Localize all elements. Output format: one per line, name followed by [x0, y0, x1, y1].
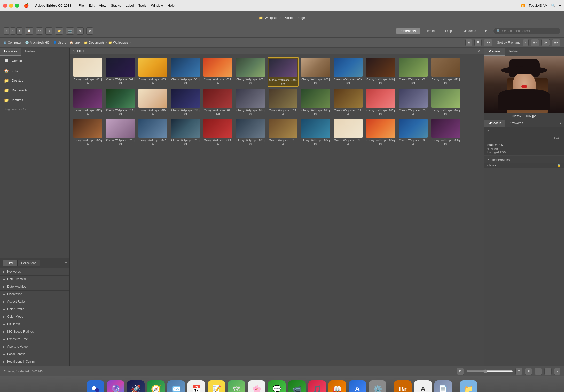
filter-bit-depth[interactable]: ▶Bit Depth — [0, 320, 69, 328]
dock-photos[interactable]: 🌸 — [248, 380, 265, 392]
thumb-item-28[interactable]: Classy_Wallp ape...028.jpg — [170, 118, 201, 146]
filter-lens[interactable]: ▶Lens — [0, 365, 69, 366]
dock-launchpad[interactable]: 🚀 — [127, 380, 145, 392]
filter-date-modified[interactable]: ▶Date Modified — [0, 283, 69, 291]
filter-iso-speed[interactable]: ▶ISO Speed Ratings — [0, 328, 69, 335]
filter-aspect-ratio[interactable]: ▶Aspect Ratio — [0, 298, 69, 305]
filter-focal-length[interactable]: ▶Focal Length — [0, 350, 69, 358]
back-button[interactable]: ‹ — [4, 27, 9, 35]
dock-messages[interactable]: 💬 — [268, 380, 286, 392]
workspace-filmstrip[interactable]: Filmstrip — [421, 28, 441, 34]
thumb-item-1[interactable]: Classy_Wallp ape...001.jpg — [72, 57, 103, 87]
status-lock-button[interactable]: ⊡ — [457, 368, 464, 375]
thumb-item-25[interactable]: Classy_Wallp ape...025.jpg — [72, 118, 103, 146]
thumb-item-30[interactable]: Classy_Wallp ape...030.jpg — [235, 118, 266, 146]
dock-facetime[interactable]: 📹 — [288, 380, 306, 392]
meta-tab-more-button[interactable]: ▾ — [557, 120, 564, 127]
thumb-item-31[interactable]: Classy_Wallp ape...031.jpg — [268, 118, 299, 146]
fav-desktop[interactable]: 📁 Desktop — [0, 76, 69, 85]
close-button[interactable] — [3, 4, 7, 8]
thumb-item-10[interactable]: Classy_Wallp ape...010.jpg — [365, 57, 396, 87]
search-icon[interactable]: 🔍 — [551, 4, 555, 7]
meta-tab-keywords[interactable]: Keywords — [505, 120, 527, 127]
thumb-item-13[interactable]: Classy_Wallp ape...013.jpg — [72, 88, 103, 116]
bc-dmx[interactable]: 🏠 dmx — [69, 41, 80, 44]
thumb-item-26[interactable]: Classy_Wallp ape...026.jpg — [105, 118, 136, 146]
dock-mail[interactable]: ✉️ — [167, 380, 185, 392]
grid-view-small[interactable]: ⊞ — [515, 368, 522, 375]
bc-macintosh-hd[interactable]: 💿 Macintosh HD — [25, 41, 49, 44]
fav-documents[interactable]: 📁 Documents — [0, 85, 69, 95]
thumb-item-34[interactable]: Classy_Wallp ape...034.jpg — [365, 118, 396, 146]
workspace-dropdown[interactable]: ▾ — [481, 28, 491, 34]
tab-preview[interactable]: Preview — [484, 48, 505, 56]
tab-folders[interactable]: Folders — [21, 48, 40, 56]
filter-keywords[interactable]: ▶Keywords — [0, 268, 69, 276]
filter-date-created[interactable]: ▶Date Created — [0, 276, 69, 283]
dock-music[interactable]: 🎵 — [308, 380, 326, 392]
dropdown-button[interactable]: ▾ — [16, 27, 22, 35]
thumb-item-24[interactable]: Classy_Wallp ape...024.jpg — [430, 88, 461, 116]
dock-font-book[interactable]: A — [414, 380, 432, 392]
thumb-item-5[interactable]: Classy_Wallp ape...005.jpg — [202, 57, 233, 87]
thumb-item-23[interactable]: Classy_Wallp ape...023.jpg — [398, 88, 429, 116]
thumb-item-11[interactable]: Classy_Wallp aper...011.jpg — [398, 57, 429, 87]
filter-color-mode[interactable]: ▶Color Mode — [0, 313, 69, 320]
thumb-item-4[interactable]: Classy_Wallp ape...004.jpg — [170, 57, 201, 87]
forward-button[interactable]: › — [10, 27, 16, 35]
dock-siri[interactable]: 🔮 — [107, 380, 124, 392]
dock-safari[interactable]: 🧭 — [147, 380, 165, 392]
maximize-button[interactable] — [15, 4, 19, 8]
dock-finder[interactable] — [87, 380, 104, 392]
bc-wallpapers[interactable]: 📁 Wallpapers — [108, 41, 129, 44]
minimize-button[interactable] — [9, 4, 13, 8]
thumb-item-22[interactable]: Classy_Wallp ape...022.jpg — [365, 88, 396, 116]
thumb-item-12[interactable]: Classy_Wallp ape...012.jpg — [430, 57, 461, 87]
rotate-ccw-button[interactable]: ↪ — [45, 27, 52, 35]
tab-filter[interactable]: Filter — [3, 260, 17, 266]
view-options-button[interactable]: ⊡▾ — [541, 39, 550, 46]
thumb-item-17[interactable]: Classy_Wallp aper...017.jpg — [202, 88, 233, 116]
content-grid[interactable]: Classy_Wallp ape...001.jpgClassy_Wallp a… — [70, 54, 484, 366]
dock-folder[interactable]: 📁 — [460, 380, 477, 392]
fav-computer[interactable]: 🖥 Computer — [0, 56, 69, 66]
list-view-compact[interactable]: ≡ — [554, 368, 560, 375]
filter-color-profile[interactable]: ▶Color Profile — [0, 305, 69, 313]
refresh-button[interactable]: ↺ — [77, 27, 84, 35]
thumb-item-19[interactable]: Classy_Wallp ape...019.jpg — [268, 88, 299, 116]
bc-users[interactable]: 👤 Users — [53, 41, 66, 44]
bc-computer[interactable]: 🖥 Computer — [4, 41, 21, 44]
thumb-item-18[interactable]: Classy_Wallp ape...018.jpg — [235, 88, 266, 116]
thumb-item-8[interactable]: Classy_Wallp ape...008.jpg — [300, 57, 331, 87]
dock-books[interactable]: 📖 — [328, 380, 346, 392]
thumb-item-2[interactable]: Classy_Wallp ape...002.jpg — [105, 57, 136, 87]
menu-window[interactable]: Window — [151, 4, 163, 7]
tab-collections[interactable]: Collections — [17, 260, 40, 266]
workspace-essentials[interactable]: Essentials — [396, 28, 420, 34]
dock-preview[interactable]: 📄 — [434, 380, 452, 392]
filter-aperture-value[interactable]: ▶Aperture Value — [0, 343, 69, 350]
content-close-button[interactable]: ✕ — [478, 49, 480, 53]
dock-appstore[interactable]: A — [349, 380, 366, 392]
sort-asc-button[interactable]: ↑ — [523, 39, 529, 46]
dock-bridge[interactable]: Br — [394, 380, 412, 392]
menu-tools[interactable]: Tools — [138, 4, 146, 7]
thumb-item-15[interactable]: Classy_Wallp ape...015.jpg — [137, 88, 168, 116]
tab-publish[interactable]: Publish — [505, 48, 524, 56]
thumb-item-20[interactable]: Classy_Wallp ape...020.jpg — [300, 88, 331, 116]
fav-pictures[interactable]: 📁 Pictures — [0, 95, 69, 105]
filter-focal-length-35mm[interactable]: ▶Focal Length 35mm — [0, 358, 69, 365]
list-view-status[interactable]: ☰ — [535, 368, 542, 375]
thumb-item-21[interactable]: Classy_Wallp ape...021.jpg — [333, 88, 364, 116]
zoom-slider[interactable] — [466, 369, 513, 373]
workspace-output[interactable]: Output — [441, 28, 459, 34]
star-filter-button[interactable]: ★▾ — [484, 39, 492, 46]
open-recent-button[interactable]: 📂 — [55, 27, 63, 35]
thumb-item-35[interactable]: Classy_Wallp ape...035.jpg — [398, 118, 429, 146]
thumb-item-16[interactable]: Classy_Wallp ape...016.jpg — [170, 88, 201, 116]
menu-help[interactable]: Help — [168, 4, 175, 7]
dock-calendar[interactable]: 📅 — [187, 380, 205, 392]
file-properties-title[interactable]: ▼ File Properties — [487, 158, 561, 161]
fav-dmx[interactable]: 🏠 dmx — [0, 66, 69, 76]
move-button[interactable]: 📋 — [25, 27, 33, 35]
